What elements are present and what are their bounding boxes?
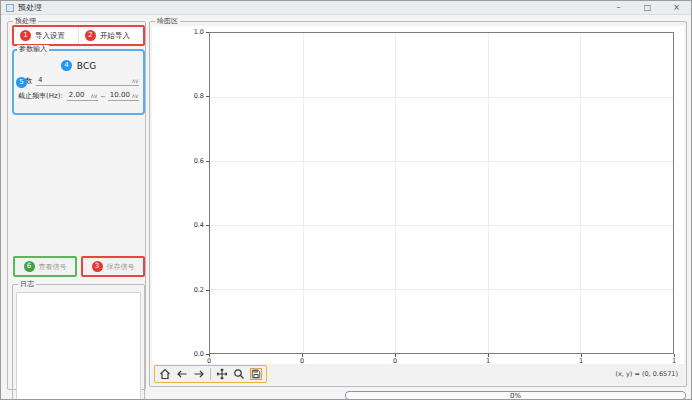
gridline [580,33,581,353]
x-tick-mark [674,354,675,357]
cutoff-high-value: 10.00 [110,91,130,99]
start-import-button[interactable]: 2 开始导入 [78,27,143,44]
toolbar-separator [210,368,211,380]
plot-toolbar-cluster [154,365,267,383]
spin-down-icon[interactable]: ∨ [94,92,97,99]
gridline [488,33,489,353]
maximize-button[interactable]: □ [633,1,662,14]
cutoff-separator: ~ [100,93,106,101]
y-tick-label: 0.4 [184,221,204,229]
y-tick-label: 0.6 [184,157,204,165]
import-annotation-box: 1 导入设置 2 开始导入 [12,25,145,46]
app-window: 预处理 – □ × 预处理 1 导入设置 2 开始导入 参数输入 5 4 BCG [0,0,692,400]
signal-type-label: BCG [77,61,96,71]
titlebar: 预处理 – □ × [1,1,691,15]
preprocess-group: 预处理 1 导入设置 2 开始导入 参数输入 5 4 BCG 阶数 4 [7,21,146,390]
y-tick-mark [206,32,209,33]
save-signal-label: 保存信号 [107,262,135,272]
gridline [210,161,673,162]
log-group: 日志 [12,284,145,400]
y-tick-mark [206,225,209,226]
y-tick-mark [206,161,209,162]
cursor-coordinates-readout: (x, y) = (0, 0.6571) [615,370,678,378]
minimize-button[interactable]: – [604,1,633,14]
window-title: 预处理 [18,2,42,13]
cutoff-high-spin-arrows[interactable]: ∧∨ [131,92,138,99]
y-tick-label: 1.0 [184,28,204,36]
order-spin-arrows[interactable]: ∧∨ [131,77,138,84]
gridline [210,97,673,98]
gridline [210,225,673,226]
zoom-icon[interactable] [233,368,245,380]
cutoff-low-spin-arrows[interactable]: ∧∨ [90,92,97,99]
import-settings-button[interactable]: 1 导入设置 [14,27,78,44]
app-icon [6,4,14,12]
y-tick-label: 0.8 [184,92,204,100]
back-arrow-icon[interactable] [176,368,188,380]
x-tick-mark [209,354,210,357]
cutoff-label: 截止频率(Hz): [18,91,63,101]
import-settings-label: 导入设置 [35,31,65,41]
badge-6: 6 [24,261,35,272]
log-textarea[interactable] [16,292,141,400]
cutoff-high-spinbox[interactable]: 10.00 ∧∨ [108,91,139,101]
action-buttons-row: 6 查看信号 3 保存信号 [13,256,145,277]
y-tick-mark [206,96,209,97]
close-button[interactable]: × [662,1,691,14]
gridline [210,289,673,290]
cutoff-low-spinbox[interactable]: 2.00 ∧∨ [67,91,98,101]
log-group-label: 日志 [18,280,36,289]
view-signal-button[interactable]: 6 查看信号 [13,256,77,277]
gridline [395,33,396,353]
pan-icon[interactable] [216,368,228,380]
plot-canvas[interactable]: 1.0 0.8 0.6 0.4 0.2 0.0 0 0 0 1 1 1 [152,26,684,366]
plot-axes[interactable] [209,32,674,354]
x-tick-mark [395,354,396,357]
badge-5: 5 [16,77,27,88]
spin-down-icon[interactable]: ∨ [135,77,138,84]
params-group-label: 参数输入 [17,45,49,54]
cutoff-row: 截止频率(Hz): 2.00 ∧∨ ~ 10.00 ∧∨ [18,91,139,101]
view-signal-label: 查看信号 [39,262,67,272]
save-signal-button[interactable]: 3 保存信号 [81,256,145,277]
home-icon[interactable] [159,368,171,380]
cutoff-low-value: 2.00 [69,91,85,99]
progress-bar: 0% [345,391,686,400]
params-group: 参数输入 5 4 BCG 阶数 4 ∧∨ 截止频率(Hz): 2.00 ∧∨ ~ [12,49,145,115]
window-controls: – □ × [604,1,691,14]
badge-2: 2 [85,30,96,41]
plot-area-group-label: 绘图区 [155,17,180,26]
order-row: 阶数 4 ∧∨ [18,76,139,86]
y-tick-mark [206,290,209,291]
x-tick-mark [581,354,582,357]
signal-type-row: 4 BCG [14,60,143,71]
order-spinbox[interactable]: 4 ∧∨ [36,76,139,86]
x-tick-mark [488,354,489,357]
gridline [303,33,304,353]
start-import-label: 开始导入 [100,31,130,41]
badge-4: 4 [61,60,72,71]
badge-1: 1 [20,30,31,41]
y-tick-label: 0.2 [184,286,204,294]
plot-area-group: 绘图区 1.0 0.8 0.6 0.4 0.2 0.0 [149,21,687,387]
plot-toolbar: (x, y) = (0, 0.6571) [152,364,684,384]
spin-down-icon[interactable]: ∨ [135,92,138,99]
order-value: 4 [38,76,42,84]
badge-3: 3 [92,261,103,272]
forward-arrow-icon[interactable] [193,368,205,380]
x-tick-mark [302,354,303,357]
save-icon[interactable] [250,368,262,380]
